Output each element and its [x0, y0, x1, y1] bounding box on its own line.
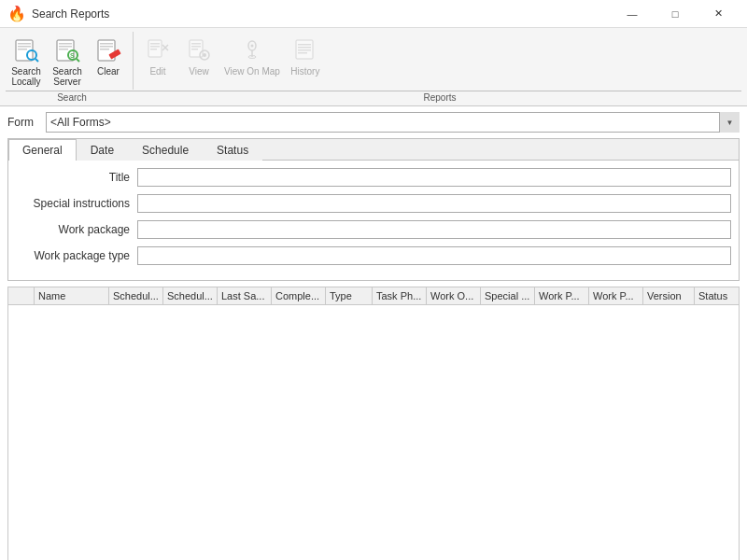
- view-on-map-label: View On Map: [224, 66, 280, 77]
- edit-label: Edit: [149, 66, 165, 77]
- svg-text:S: S: [70, 52, 75, 59]
- tabs-content: Title Special instructions Work package …: [8, 161, 739, 280]
- view-on-map-button[interactable]: View On Map: [219, 32, 285, 79]
- toolbar-labels: Search Reports: [0, 90, 747, 105]
- search-locally-label: SearchLocally: [11, 66, 41, 87]
- view-on-map-icon: [237, 35, 267, 64]
- form-row: Form <All Forms> ▼: [7, 112, 740, 133]
- col-header-sched1[interactable]: Schedul...: [109, 287, 163, 304]
- svg-rect-21: [150, 49, 157, 50]
- svg-rect-27: [191, 49, 198, 50]
- history-icon: [290, 35, 320, 64]
- svg-point-29: [203, 53, 206, 57]
- tab-date[interactable]: Date: [77, 139, 128, 161]
- main-content: Form <All Forms> ▼ General Date Schedule…: [0, 106, 747, 560]
- svg-point-31: [250, 45, 253, 48]
- col-header-name[interactable]: Name: [35, 287, 109, 304]
- svg-rect-15: [100, 46, 113, 48]
- svg-rect-14: [100, 43, 113, 45]
- clear-label: Clear: [97, 66, 120, 77]
- view-button[interactable]: View: [178, 32, 219, 79]
- svg-rect-16: [100, 49, 109, 50]
- search-server-icon: S: [52, 35, 82, 64]
- title-bar: 🔥 Search Reports — □ ✕: [0, 0, 747, 28]
- col-header-taskph[interactable]: Task Ph...: [373, 287, 427, 304]
- search-server-button[interactable]: S SearchServer: [47, 32, 88, 90]
- col-header-special[interactable]: Special ...: [481, 287, 535, 304]
- svg-rect-36: [298, 49, 311, 51]
- app-icon: 🔥: [7, 5, 26, 22]
- results-grid: Name Schedul... Schedul... Last Sa... Co…: [7, 287, 740, 560]
- view-label: View: [189, 66, 209, 77]
- svg-line-5: [35, 59, 38, 62]
- col-header-type[interactable]: Type: [326, 287, 373, 304]
- special-instructions-label: Special instructions: [16, 197, 137, 210]
- work-package-input[interactable]: [137, 220, 731, 239]
- maximize-button[interactable]: □: [654, 0, 697, 28]
- work-package-type-field-row: Work package type: [16, 246, 731, 265]
- svg-rect-3: [18, 49, 27, 50]
- toolbar: SearchLocally S SearchServer: [0, 28, 747, 106]
- tabs-header: General Date Schedule Status: [8, 139, 739, 161]
- view-icon: [184, 35, 214, 64]
- clear-icon: [93, 35, 123, 64]
- work-package-field-row: Work package: [16, 220, 731, 239]
- svg-rect-25: [191, 43, 201, 45]
- work-package-type-label: Work package type: [16, 249, 137, 262]
- title-bar-left: 🔥 Search Reports: [7, 5, 109, 22]
- col-header-sched2[interactable]: Schedul...: [163, 287, 218, 304]
- title-label: Title: [16, 171, 137, 184]
- svg-rect-35: [298, 47, 311, 49]
- special-instructions-input[interactable]: [137, 194, 731, 213]
- title-input[interactable]: [137, 168, 731, 187]
- toolbar-reports-group: Edit View: [134, 32, 330, 90]
- history-label: History: [290, 66, 319, 77]
- svg-rect-34: [298, 44, 311, 46]
- col-header-version[interactable]: Version: [643, 287, 695, 304]
- col-header-worko[interactable]: Work O...: [427, 287, 481, 304]
- col-header-workp1[interactable]: Work P...: [535, 287, 589, 304]
- svg-rect-2: [18, 46, 31, 48]
- tab-general[interactable]: General: [8, 139, 77, 161]
- clear-button[interactable]: Clear: [88, 32, 129, 79]
- svg-rect-19: [150, 43, 160, 45]
- search-locally-button[interactable]: SearchLocally: [6, 32, 47, 90]
- search-locally-icon: [11, 35, 41, 64]
- form-label: Form: [7, 116, 40, 129]
- edit-button[interactable]: Edit: [137, 32, 178, 79]
- grid-header: Name Schedul... Schedul... Last Sa... Co…: [8, 287, 739, 305]
- svg-rect-20: [150, 46, 160, 48]
- search-server-label: SearchServer: [52, 66, 82, 87]
- toolbar-search-group: SearchLocally S SearchServer: [2, 32, 134, 90]
- svg-rect-8: [59, 46, 72, 48]
- svg-rect-7: [59, 43, 72, 45]
- history-button[interactable]: History: [285, 32, 326, 79]
- col-header-lastsa[interactable]: Last Sa...: [218, 287, 272, 304]
- window-controls: — □ ✕: [611, 0, 740, 28]
- toolbar-buttons: SearchLocally S SearchServer: [0, 28, 747, 90]
- minimize-button[interactable]: —: [611, 0, 654, 28]
- edit-icon: [143, 35, 173, 64]
- svg-rect-9: [59, 49, 68, 50]
- tab-status[interactable]: Status: [203, 139, 262, 161]
- reports-group-label: Reports: [138, 91, 741, 103]
- tabs-container: General Date Schedule Status Title Speci…: [7, 138, 740, 281]
- tab-schedule[interactable]: Schedule: [128, 139, 203, 161]
- work-package-type-input[interactable]: [137, 246, 731, 265]
- window-title: Search Reports: [32, 7, 109, 21]
- title-field-row: Title: [16, 168, 731, 187]
- col-header-checkbox[interactable]: [8, 287, 35, 304]
- svg-rect-37: [298, 52, 307, 54]
- svg-rect-1: [18, 43, 31, 45]
- col-header-workp2[interactable]: Work P...: [589, 287, 643, 304]
- col-header-comple[interactable]: Comple...: [272, 287, 326, 304]
- close-button[interactable]: ✕: [697, 0, 740, 28]
- search-group-label: Search: [6, 91, 138, 103]
- col-header-status[interactable]: Status: [695, 287, 740, 304]
- svg-rect-26: [191, 46, 201, 48]
- work-package-label: Work package: [16, 223, 137, 236]
- form-select[interactable]: <All Forms>: [46, 112, 740, 133]
- svg-line-11: [77, 59, 79, 62]
- form-select-wrapper: <All Forms> ▼: [46, 112, 740, 133]
- special-instructions-field-row: Special instructions: [16, 194, 731, 213]
